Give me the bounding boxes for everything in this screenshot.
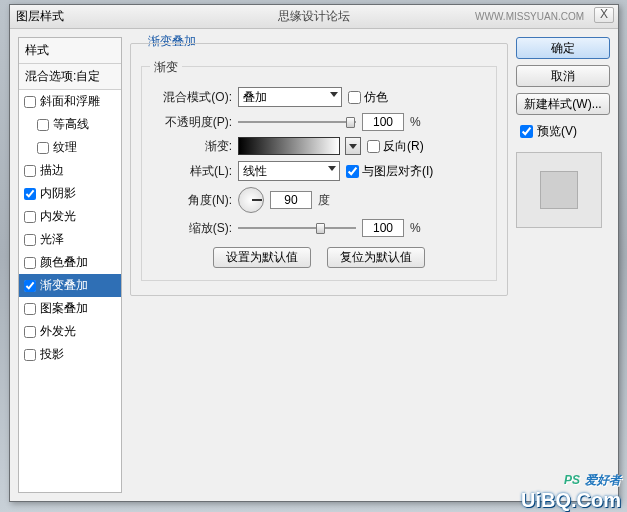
- style-item-9[interactable]: 图案叠加: [19, 297, 121, 320]
- style-item-1[interactable]: 等高线: [19, 113, 121, 136]
- brand-text: 思缘设计论坛: [278, 8, 350, 25]
- style-label: 描边: [40, 162, 64, 179]
- gradient-label: 渐变:: [154, 138, 232, 155]
- angle-label: 角度(N):: [154, 192, 232, 209]
- style-checkbox[interactable]: [24, 211, 36, 223]
- style-item-0[interactable]: 斜面和浮雕: [19, 90, 121, 113]
- blend-mode-label: 混合模式(O):: [154, 89, 232, 106]
- style-item-2[interactable]: 纹理: [19, 136, 121, 159]
- style-checkbox[interactable]: [37, 119, 49, 131]
- scale-value[interactable]: 100: [362, 219, 404, 237]
- layer-style-dialog: 图层样式 思缘设计论坛 WWW.MISSYUAN.COM X 样式 混合选项:自…: [9, 4, 619, 502]
- style-checkbox[interactable]: [24, 234, 36, 246]
- preview-checkbox[interactable]: 预览(V): [516, 123, 610, 140]
- style-checkbox[interactable]: [24, 349, 36, 361]
- style-label: 内阴影: [40, 185, 76, 202]
- dither-label: 仿色: [364, 89, 388, 106]
- preview-box: [516, 152, 602, 228]
- style-item-5[interactable]: 内发光: [19, 205, 121, 228]
- style-label: 样式(L):: [154, 163, 232, 180]
- style-label: 斜面和浮雕: [40, 93, 100, 110]
- style-combo[interactable]: 线性: [238, 161, 340, 181]
- style-checkbox[interactable]: [24, 257, 36, 269]
- style-label: 外发光: [40, 323, 76, 340]
- percent-unit: %: [410, 115, 421, 129]
- style-item-10[interactable]: 外发光: [19, 320, 121, 343]
- style-label: 渐变叠加: [40, 277, 88, 294]
- style-checkbox[interactable]: [37, 142, 49, 154]
- blending-options[interactable]: 混合选项:自定: [19, 64, 121, 90]
- right-panel: 确定 取消 新建样式(W)... 预览(V): [516, 37, 610, 493]
- brand-url: WWW.MISSYUAN.COM: [475, 11, 584, 22]
- style-checkbox[interactable]: [24, 303, 36, 315]
- angle-value[interactable]: 90: [270, 191, 312, 209]
- settings-panel: 渐变叠加 渐变 混合模式(O): 叠加 仿色: [130, 37, 508, 493]
- styles-header[interactable]: 样式: [19, 38, 121, 64]
- blend-mode-combo[interactable]: 叠加: [238, 87, 342, 107]
- style-label: 内发光: [40, 208, 76, 225]
- set-default-button[interactable]: 设置为默认值: [213, 247, 311, 268]
- style-label: 图案叠加: [40, 300, 88, 317]
- angle-dial[interactable]: [238, 187, 264, 213]
- opacity-slider[interactable]: [238, 115, 356, 129]
- titlebar: 图层样式 思缘设计论坛 WWW.MISSYUAN.COM X: [10, 5, 618, 29]
- gradient-preview[interactable]: [238, 137, 340, 155]
- preview-input[interactable]: [520, 125, 533, 138]
- style-label: 等高线: [53, 116, 89, 133]
- style-item-3[interactable]: 描边: [19, 159, 121, 182]
- preview-swatch: [540, 171, 578, 209]
- percent-unit: %: [410, 221, 421, 235]
- align-input[interactable]: [346, 165, 359, 178]
- style-label: 颜色叠加: [40, 254, 88, 271]
- reset-default-button[interactable]: 复位为默认值: [327, 247, 425, 268]
- reverse-label: 反向(R): [383, 138, 424, 155]
- style-item-11[interactable]: 投影: [19, 343, 121, 366]
- ok-button[interactable]: 确定: [516, 37, 610, 59]
- blend-mode-value: 叠加: [243, 89, 267, 106]
- reverse-checkbox[interactable]: 反向(R): [367, 138, 424, 155]
- style-label: 投影: [40, 346, 64, 363]
- group-title: 渐变: [150, 59, 182, 76]
- style-checkbox[interactable]: [24, 188, 36, 200]
- opacity-value[interactable]: 100: [362, 113, 404, 131]
- style-item-8[interactable]: 渐变叠加: [19, 274, 121, 297]
- style-checkbox[interactable]: [24, 326, 36, 338]
- style-label: 光泽: [40, 231, 64, 248]
- dither-checkbox[interactable]: 仿色: [348, 89, 388, 106]
- degree-unit: 度: [318, 192, 330, 209]
- chevron-down-icon: [330, 92, 338, 97]
- align-label: 与图层对齐(I): [362, 163, 433, 180]
- scale-label: 缩放(S):: [154, 220, 232, 237]
- style-checkbox[interactable]: [24, 96, 36, 108]
- dither-input[interactable]: [348, 91, 361, 104]
- styles-list: 样式 混合选项:自定 斜面和浮雕等高线纹理描边内阴影内发光光泽颜色叠加渐变叠加图…: [18, 37, 122, 493]
- cancel-button[interactable]: 取消: [516, 65, 610, 87]
- style-checkbox[interactable]: [24, 280, 36, 292]
- gradient-dropdown[interactable]: [345, 137, 361, 155]
- style-item-6[interactable]: 光泽: [19, 228, 121, 251]
- new-style-button[interactable]: 新建样式(W)...: [516, 93, 610, 115]
- reverse-input[interactable]: [367, 140, 380, 153]
- style-item-7[interactable]: 颜色叠加: [19, 251, 121, 274]
- scale-slider[interactable]: [238, 221, 356, 235]
- chevron-down-icon: [328, 166, 336, 171]
- opacity-label: 不透明度(P):: [154, 114, 232, 131]
- preview-label: 预览(V): [537, 123, 577, 140]
- dialog-title: 图层样式: [16, 8, 64, 25]
- style-label: 纹理: [53, 139, 77, 156]
- align-checkbox[interactable]: 与图层对齐(I): [346, 163, 433, 180]
- style-item-4[interactable]: 内阴影: [19, 182, 121, 205]
- style-checkbox[interactable]: [24, 165, 36, 177]
- close-button[interactable]: X: [594, 7, 614, 23]
- style-value: 线性: [243, 163, 267, 180]
